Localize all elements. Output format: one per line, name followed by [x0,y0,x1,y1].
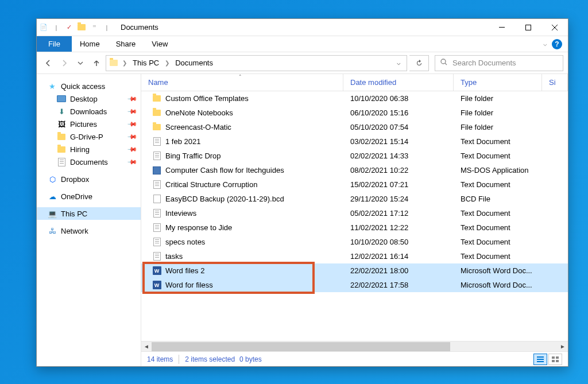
sidebar-item-hiring[interactable]: Hiring📌 [37,143,141,156]
sidebar-item-dropbox[interactable]: ⬡Dropbox [37,173,141,185]
pin-icon: 📌 [126,106,137,117]
file-row[interactable]: My response to Jide11/02/2021 12:22Text … [141,220,568,235]
file-type: BCD File [454,195,542,203]
sidebar-item-label: Downloads [70,107,107,116]
details-view-button[interactable] [533,354,547,365]
column-name[interactable]: Name [141,74,343,91]
refresh-button[interactable] [409,55,429,71]
status-selected-count: 2 items selected [185,355,235,363]
column-type[interactable]: Type [454,74,542,91]
file-tab[interactable]: File [37,36,72,52]
up-button[interactable] [90,56,103,70]
breadcrumb-separator[interactable]: ❯ [120,60,129,66]
file-row[interactable]: Computer Cash flow for Itechguides08/02/… [141,163,568,177]
svg-rect-6 [552,356,555,359]
help-icon[interactable]: ? [552,39,562,49]
file-row[interactable]: 1 feb 202103/02/2021 15:14Text Document [141,134,568,149]
file-row[interactable]: OneNote Notebooks06/10/2020 15:16File fo… [141,106,568,120]
recent-locations-button[interactable] [74,56,87,70]
file-icon [152,108,162,118]
file-row[interactable]: tasks12/02/2021 16:14Text Document [141,249,568,263]
window-controls [489,19,568,36]
svg-rect-8 [552,360,555,362]
sidebar-item-label: Quick access [61,82,105,91]
qat-dropdown-icon[interactable]: ⁼ [90,23,99,32]
sidebar-item-onedrive[interactable]: ☁OneDrive [37,190,141,203]
share-tab[interactable]: Share [108,36,144,52]
properties-icon[interactable]: 📄 [39,23,48,32]
breadcrumb-this-pc[interactable]: This PC [130,57,161,68]
sidebar-item-pictures[interactable]: 🖼Pictures📌 [37,118,141,130]
search-box[interactable] [435,55,563,71]
scroll-track[interactable] [152,342,558,352]
svg-rect-0 [499,27,505,28]
navigation-pane[interactable]: ★Quick access Desktop📌 ⬇Downloads📌 🖼Pict… [37,74,141,366]
svg-rect-9 [556,360,559,362]
sidebar-item-label: Documents [70,158,108,166]
scroll-right-button[interactable]: ► [558,342,568,352]
sidebar-item-downloads[interactable]: ⬇Downloads📌 [37,105,141,118]
scroll-thumb[interactable] [152,342,450,351]
file-list[interactable]: Custom Office Templates10/10/2020 06:38F… [141,91,568,341]
file-list-pane: ˄ Name Date modified Type Si Custom Offi… [141,74,568,366]
file-row[interactable]: Screencast-O-Matic05/10/2020 07:54File f… [141,120,568,134]
sidebar-item-desktop[interactable]: Desktop📌 [37,92,141,105]
file-row[interactable]: Bing Traffic Drop02/02/2021 14:33Text Do… [141,149,568,163]
file-date: 05/10/2020 07:54 [343,123,454,131]
search-input[interactable] [452,59,558,67]
file-icon [152,252,162,261]
thumbnails-view-button[interactable] [548,354,562,365]
download-icon: ⬇ [56,107,67,116]
sidebar-item-network[interactable]: 🖧Network [37,224,141,237]
file-icon: W [152,281,162,290]
folder-icon[interactable] [77,23,86,32]
home-tab[interactable]: Home [72,36,108,52]
scroll-left-button[interactable]: ◄ [141,342,152,352]
sidebar-item-quick-access[interactable]: ★Quick access [37,80,141,92]
file-date: 29/11/2020 15:24 [343,195,454,203]
horizontal-scrollbar[interactable]: ◄ ► [141,341,568,351]
file-row[interactable]: EasyBCD Backup (2020-11-29).bcd29/11/202… [141,192,568,206]
file-row[interactable]: WWord files 222/02/2021 18:00Microsoft W… [141,263,568,278]
check-icon[interactable]: ✓ [64,23,74,32]
minimize-button[interactable] [489,19,515,36]
file-icon [152,152,162,161]
view-tab[interactable]: View [144,36,176,52]
file-date: 10/10/2020 06:38 [343,94,454,103]
back-button[interactable] [41,56,55,70]
file-icon [152,195,162,204]
address-dropdown-icon[interactable]: ⌵ [393,59,404,67]
file-row[interactable]: Critical Structure Corruption15/02/2021 … [141,177,568,192]
file-row[interactable]: WWord for filess22/02/2021 17:58Microsof… [141,278,568,292]
file-row[interactable]: Inteviews05/02/2021 17:12Text Document [141,206,568,220]
sidebar-item-gdrive[interactable]: G-Drive-P📌 [37,130,141,143]
file-type: File folder [454,123,542,131]
close-button[interactable] [541,19,568,36]
file-date: 11/02/2021 12:22 [343,223,454,232]
titlebar[interactable]: 📄 | ✓ ⁼ | Documents [37,19,568,36]
file-date: 05/02/2021 17:12 [343,209,454,218]
file-row[interactable]: specs notes10/10/2020 08:50Text Document [141,235,568,249]
status-divider [179,355,179,364]
file-date: 08/02/2021 10:22 [343,166,454,174]
maximize-button[interactable] [515,19,541,36]
column-date-modified[interactable]: Date modified [343,74,454,91]
file-type: Microsoft Word Doc... [454,281,542,289]
sidebar-item-documents[interactable]: Documents📌 [37,156,141,168]
file-date: 22/02/2021 17:58 [343,281,454,289]
breadcrumb-separator[interactable]: ❯ [163,60,172,66]
computer-icon: 💻 [47,209,57,218]
window-title: Documents [121,23,158,32]
address-bar[interactable]: ❯ This PC ❯ Documents ⌵ [106,55,407,71]
breadcrumb-documents[interactable]: Documents [173,57,215,68]
svg-rect-5 [537,361,544,362]
file-name: Word files 2 [165,266,204,275]
file-date: 06/10/2020 15:16 [343,108,454,117]
file-row[interactable]: Custom Office Templates10/10/2020 06:38F… [141,91,568,106]
chevron-down-icon[interactable]: ⌵ [543,40,547,48]
sidebar-item-this-pc[interactable]: 💻This PC [37,207,141,220]
forward-button[interactable] [57,56,71,70]
column-size[interactable]: Si [542,74,568,91]
pin-icon: 📌 [126,131,137,142]
ribbon-tabs: File Home Share View ⌵ ? [37,36,568,52]
